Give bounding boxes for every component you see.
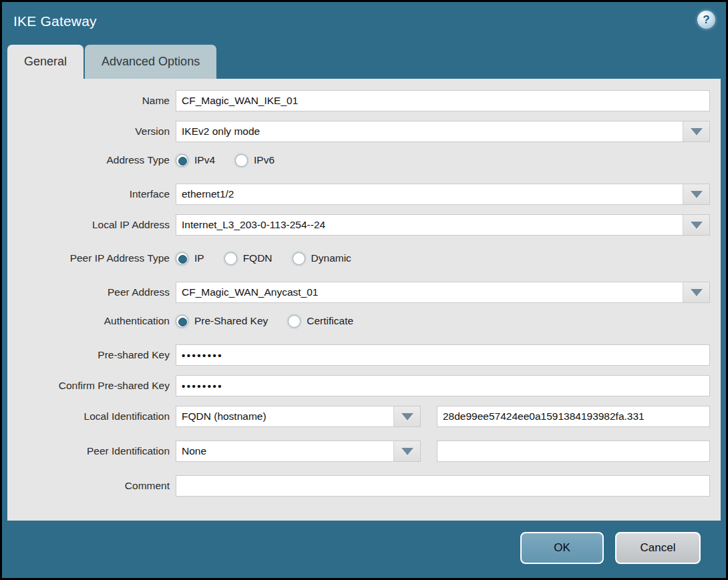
radio-button-icon[interactable] — [176, 154, 188, 167]
radio-ipv4-label: IPv4 — [194, 154, 215, 166]
peer-identification-row: Peer Identification — [7, 441, 721, 462]
local-identification-type-value[interactable] — [176, 406, 393, 426]
radio-ip[interactable]: IP — [176, 252, 204, 265]
peer-identification-label: Peer Identification — [7, 445, 176, 457]
chevron-down-icon — [691, 289, 703, 296]
peer-identification-dropdown-button[interactable] — [393, 441, 420, 461]
radio-dynamic[interactable]: Dynamic — [293, 252, 351, 265]
chevron-down-icon — [691, 222, 703, 229]
peer-address-row: Peer Address — [7, 282, 721, 303]
peer-identification-value-input[interactable] — [437, 441, 710, 462]
psk-row: Pre-shared Key — [7, 344, 721, 366]
peer-identification-type-dropdown[interactable] — [176, 441, 421, 462]
cancel-button[interactable]: Cancel — [615, 532, 701, 564]
tab-bar: General Advanced Options — [2, 45, 726, 79]
radio-ipv6-label: IPv6 — [254, 154, 275, 166]
radio-certificate-label: Certificate — [307, 315, 353, 327]
local-identification-label: Local Identification — [7, 410, 176, 422]
local-identification-value-input[interactable] — [437, 406, 710, 427]
dialog-footer: OK Cancel — [2, 521, 726, 564]
name-input[interactable] — [176, 90, 710, 111]
tab-advanced-options[interactable]: Advanced Options — [85, 45, 216, 79]
version-row: Version — [7, 121, 721, 142]
radio-button-icon[interactable] — [235, 154, 248, 167]
confirm-psk-row: Confirm Pre-shared Key — [7, 375, 721, 396]
chevron-down-icon — [691, 191, 703, 198]
authentication-label: Authentication — [7, 315, 176, 327]
local-ip-dropdown-button[interactable] — [683, 215, 709, 235]
local-identification-dropdown-button[interactable] — [393, 406, 420, 426]
radio-pre-shared-key[interactable]: Pre-Shared Key — [176, 315, 268, 328]
interface-value[interactable] — [176, 184, 683, 204]
chevron-down-icon — [401, 413, 413, 420]
authentication-row: Authentication Pre-Shared Key Certificat… — [7, 312, 721, 330]
interface-dropdown[interactable] — [176, 184, 710, 205]
dialog-title: IKE Gateway — [13, 13, 97, 29]
version-label: Version — [7, 125, 176, 137]
address-type-row: Address Type IPv4 IPv6 — [7, 152, 721, 169]
local-identification-type-dropdown[interactable] — [176, 406, 421, 427]
general-tab-panel: Name Version Address Type — [7, 79, 721, 521]
name-label: Name — [7, 95, 176, 107]
local-ip-dropdown[interactable] — [176, 214, 710, 236]
peer-address-value[interactable] — [176, 282, 683, 302]
psk-input[interactable] — [176, 344, 710, 366]
tab-general[interactable]: General — [7, 45, 83, 79]
radio-ip-label: IP — [194, 252, 204, 264]
ok-button[interactable]: OK — [520, 532, 604, 564]
radio-psk-label: Pre-Shared Key — [194, 315, 268, 327]
comment-input[interactable] — [176, 475, 710, 497]
peer-ip-type-label: Peer IP Address Type — [7, 252, 176, 264]
psk-label: Pre-shared Key — [7, 349, 176, 361]
confirm-psk-input[interactable] — [176, 375, 710, 396]
radio-fqdn-label: FQDN — [243, 252, 272, 264]
radio-certificate[interactable]: Certificate — [288, 315, 353, 328]
comment-row: Comment — [7, 475, 721, 497]
radio-button-icon[interactable] — [293, 252, 305, 265]
interface-label: Interface — [7, 188, 176, 200]
radio-button-icon[interactable] — [224, 252, 237, 265]
version-value[interactable] — [176, 121, 683, 141]
peer-address-dropdown[interactable] — [176, 282, 710, 303]
ike-gateway-dialog: IKE Gateway ? General Advanced Options N… — [0, 0, 728, 580]
confirm-psk-label: Confirm Pre-shared Key — [7, 380, 176, 392]
version-dropdown[interactable] — [176, 121, 710, 142]
radio-dynamic-label: Dynamic — [311, 252, 351, 264]
comment-label: Comment — [7, 480, 176, 492]
peer-address-dropdown-button[interactable] — [683, 282, 709, 302]
radio-button-icon[interactable] — [176, 315, 188, 328]
chevron-down-icon — [401, 448, 413, 455]
radio-button-icon[interactable] — [288, 315, 301, 328]
peer-ip-type-row: Peer IP Address Type IP FQDN Dynamic — [7, 250, 721, 267]
interface-dropdown-button[interactable] — [683, 184, 709, 204]
interface-row: Interface — [7, 184, 721, 205]
name-row: Name — [7, 90, 721, 111]
radio-button-icon[interactable] — [176, 252, 188, 265]
dialog-titlebar: IKE Gateway ? — [2, 2, 726, 45]
radio-fqdn[interactable]: FQDN — [224, 252, 272, 265]
address-type-label: Address Type — [7, 154, 176, 166]
version-dropdown-button[interactable] — [683, 121, 709, 141]
peer-address-label: Peer Address — [7, 286, 176, 298]
peer-identification-type-value[interactable] — [176, 441, 393, 461]
chevron-down-icon — [691, 128, 703, 135]
local-ip-value[interactable] — [176, 215, 683, 235]
radio-ipv6[interactable]: IPv6 — [235, 154, 275, 167]
radio-ipv4[interactable]: IPv4 — [176, 154, 215, 167]
help-icon[interactable]: ? — [697, 11, 715, 29]
local-identification-row: Local Identification — [7, 406, 721, 427]
local-ip-row: Local IP Address — [7, 214, 721, 236]
local-ip-label: Local IP Address — [7, 219, 176, 231]
